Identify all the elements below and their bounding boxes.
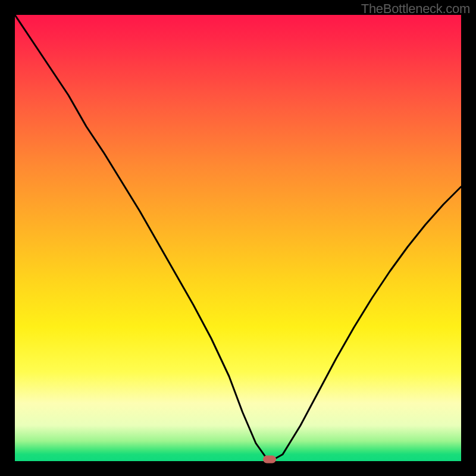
optimal-point-marker	[263, 456, 276, 464]
curve-layer	[15, 15, 461, 461]
watermark-text: TheBottleneck.com	[361, 1, 470, 17]
chart-container: TheBottleneck.com	[0, 0, 476, 476]
plot-area	[15, 15, 461, 461]
bottleneck-curve-path	[15, 15, 461, 459]
